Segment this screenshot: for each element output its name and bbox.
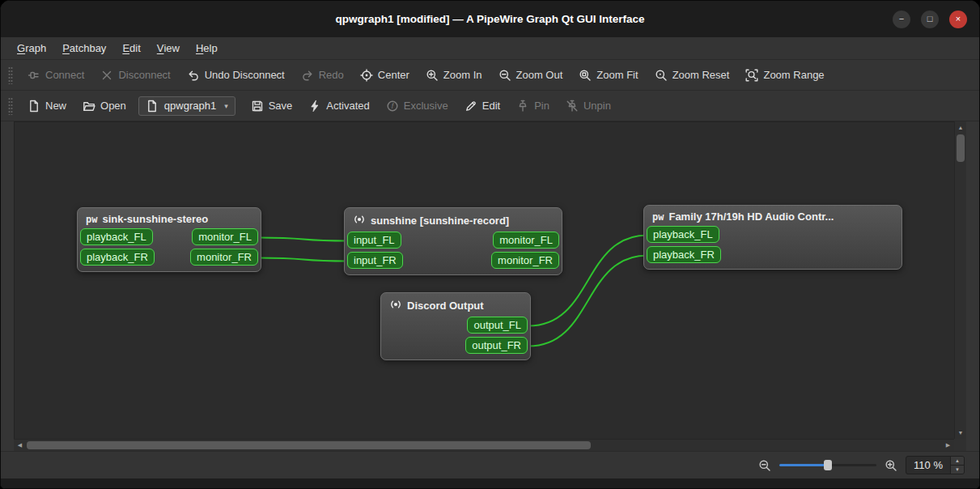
zoom-slider-thumb[interactable] xyxy=(824,460,832,470)
new-label: New xyxy=(45,100,66,112)
zoom-in-button[interactable]: Zoom In xyxy=(418,65,490,86)
node-sink-sunshine-stereo[interactable]: pwsink-sunshine-stereoplayback_FLmonitor… xyxy=(77,207,261,272)
canvas-frame: pwsink-sunshine-stereoplayback_FLmonitor… xyxy=(1,121,979,451)
save-label: Save xyxy=(269,100,293,112)
center-button[interactable]: Center xyxy=(353,65,417,86)
node-discord-output[interactable]: Discord Outputoutput_FLoutput_FR xyxy=(380,292,531,360)
zoom-slider[interactable] xyxy=(779,458,876,472)
zoom-fit-icon xyxy=(579,69,592,82)
window-bottom-edge xyxy=(1,478,979,488)
menu-view[interactable]: View xyxy=(149,37,188,59)
patchbay-combo[interactable]: qpwgraph1▾ xyxy=(138,96,235,116)
open-icon xyxy=(83,100,95,113)
zoom-in-label: Zoom In xyxy=(443,69,482,81)
zoom-fit-button[interactable]: Zoom Fit xyxy=(571,65,645,86)
port-monitor-fr[interactable]: monitor_FR xyxy=(491,252,559,269)
port-monitor-fl[interactable]: monitor_FL xyxy=(493,232,559,249)
zoom-reset-button[interactable]: Zoom Reset xyxy=(647,65,737,86)
save-button[interactable]: Save xyxy=(244,96,300,117)
connect-icon xyxy=(28,69,40,82)
statusbar: 110 % ▲ ▼ xyxy=(1,451,979,478)
scroll-down-icon[interactable]: ▼ xyxy=(955,427,966,439)
scrollbar-corner xyxy=(954,439,966,451)
spin-buttons: ▲ ▼ xyxy=(950,457,964,474)
edit-button[interactable]: Edit xyxy=(457,96,507,117)
unpin-label: Unpin xyxy=(583,100,611,112)
scroll-up-icon[interactable]: ▲ xyxy=(955,121,966,134)
maximize-icon: □ xyxy=(927,15,933,23)
port-playback-fl[interactable]: playback_FL xyxy=(647,226,719,243)
connection-wire xyxy=(259,258,348,262)
zoom-out-icon xyxy=(498,69,511,82)
menu-help[interactable]: Help xyxy=(188,37,226,59)
toolbar-file: NewOpenqpwgraph1▾SaveActivatedfExclusive… xyxy=(1,91,979,121)
zoom-range-button[interactable]: Zoom Range xyxy=(738,65,831,86)
zoom-in-button[interactable] xyxy=(885,459,897,472)
menu-edit[interactable]: Edit xyxy=(114,37,148,59)
window-title: qpwgraph1 [modified] — A PipeWire Graph … xyxy=(1,13,979,25)
spin-up-button[interactable]: ▲ xyxy=(951,457,964,465)
port-output-fr[interactable]: output_FR xyxy=(465,337,528,354)
save-icon xyxy=(251,100,264,113)
menu-graph[interactable]: Graph xyxy=(9,37,54,59)
new-button[interactable]: New xyxy=(20,96,74,117)
node-sunshine[interactable]: sunshine [sunshine-record]input_FLmonito… xyxy=(344,207,562,275)
scroll-right-icon[interactable]: ▶ xyxy=(942,440,954,451)
zoom-fit-label: Zoom Fit xyxy=(596,69,638,81)
redo-button: Redo xyxy=(294,65,351,86)
zoom-spinbox[interactable]: 110 % ▲ ▼ xyxy=(906,456,965,474)
exclusive-button: fExclusive xyxy=(379,96,456,117)
zoom-reset-icon xyxy=(655,69,668,82)
disconnect-label: Disconnect xyxy=(118,69,170,81)
chevron-down-icon: ▾ xyxy=(222,102,228,110)
port-input-fl[interactable]: input_FL xyxy=(347,232,401,249)
zoom-out-button[interactable] xyxy=(758,459,771,472)
node-title: sink-sunshine-stereo xyxy=(102,213,208,225)
port-playback-fl[interactable]: playback_FL xyxy=(80,228,153,245)
port-output-fl[interactable]: output_FL xyxy=(467,317,528,334)
port-monitor-fl[interactable]: monitor_FL xyxy=(192,228,258,245)
redo-icon xyxy=(301,69,314,82)
maximize-button[interactable]: □ xyxy=(921,11,939,28)
pipewire-icon: pw xyxy=(652,211,664,223)
node-header: pwsink-sunshine-stereo xyxy=(78,208,261,227)
app-window: qpwgraph1 [modified] — A PipeWire Graph … xyxy=(0,0,980,489)
port-monitor-fr[interactable]: monitor_FR xyxy=(190,249,258,266)
media-icon xyxy=(353,213,366,228)
spin-down-button[interactable]: ▼ xyxy=(951,465,964,474)
edit-icon xyxy=(465,100,477,113)
port-playback-fr[interactable]: playback_FR xyxy=(80,249,155,266)
graph-canvas[interactable]: pwsink-sunshine-stereoplayback_FLmonitor… xyxy=(14,121,954,439)
open-button[interactable]: Open xyxy=(75,96,134,117)
toolbar-drag-handle[interactable] xyxy=(8,97,13,115)
pin-icon xyxy=(516,100,529,113)
horizontal-scrollbar[interactable]: ◀ ▶ xyxy=(14,439,954,451)
menu-patchbay[interactable]: Patchbay xyxy=(54,37,114,59)
undo-disconnect-label: Undo Disconnect xyxy=(205,69,285,81)
horizontal-scrollbar-thumb[interactable] xyxy=(27,441,591,449)
undo-icon xyxy=(187,69,200,82)
node-title: sunshine [sunshine-record] xyxy=(371,215,509,227)
vertical-scrollbar-thumb[interactable] xyxy=(957,134,965,162)
toolbar-drag-handle[interactable] xyxy=(8,66,13,84)
zoom-value: 110 % xyxy=(906,457,950,474)
zoom-out-button[interactable]: Zoom Out xyxy=(491,65,571,86)
titlebar[interactable]: qpwgraph1 [modified] — A PipeWire Graph … xyxy=(1,1,979,37)
node-title: Family 17h/19h HD Audio Contr... xyxy=(668,210,834,223)
close-button[interactable]: × xyxy=(949,11,967,28)
toolbar-main: ConnectDisconnectUndo DisconnectRedoCent… xyxy=(1,60,979,91)
zoom-in-icon xyxy=(426,69,439,82)
exclusive-label: Exclusive xyxy=(404,100,448,112)
port-input-fr[interactable]: input_FR xyxy=(347,252,403,269)
vertical-scrollbar[interactable]: ▲ ▼ xyxy=(954,121,966,439)
node-title: Discord Output xyxy=(407,300,484,312)
node-family-hd-audio[interactable]: pwFamily 17h/19h HD Audio Contr...playba… xyxy=(643,205,902,270)
close-icon: × xyxy=(956,15,961,23)
port-playback-fr[interactable]: playback_FR xyxy=(647,246,721,263)
activated-button[interactable]: Activated xyxy=(301,96,376,117)
undo-disconnect-button[interactable]: Undo Disconnect xyxy=(180,65,292,86)
scroll-left-icon[interactable]: ◀ xyxy=(14,440,26,451)
minimize-button[interactable]: − xyxy=(893,11,910,28)
node-header: Discord Output xyxy=(381,293,530,316)
connection-wire xyxy=(259,238,348,241)
